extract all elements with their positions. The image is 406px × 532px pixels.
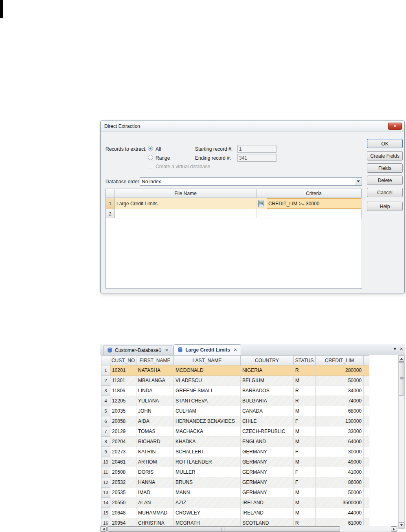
row-number[interactable]: 8 bbox=[101, 437, 110, 447]
table-cell[interactable]: GERMANY bbox=[241, 467, 294, 477]
scroll-right-button[interactable] bbox=[391, 526, 397, 532]
table-cell[interactable]: GERMANY bbox=[241, 457, 294, 467]
table-cell[interactable]: 20204 bbox=[110, 437, 136, 447]
table-cell[interactable]: MCDONALD bbox=[174, 365, 241, 376]
table-cell[interactable]: GERMANY bbox=[241, 488, 294, 498]
table-cell[interactable]: MACHACKA bbox=[174, 426, 241, 437]
table-row[interactable]: 1220532HANNABRUNSGERMANYF86000 bbox=[101, 477, 369, 488]
table-cell[interactable]: 50000 bbox=[316, 488, 364, 498]
table-cell[interactable]: 20058 bbox=[110, 416, 136, 426]
table-cell[interactable]: IRELAND bbox=[241, 508, 294, 518]
table-cell[interactable]: MBALANGA bbox=[136, 376, 174, 386]
tab-close-icon[interactable]: ✕ bbox=[165, 348, 168, 352]
table-cell[interactable]: 3500000 bbox=[316, 498, 364, 508]
table-cell[interactable]: F bbox=[294, 467, 316, 477]
table-cell[interactable]: LINDA bbox=[136, 386, 174, 396]
row-number[interactable]: 4 bbox=[101, 396, 110, 406]
tab-close-icon[interactable]: ✕ bbox=[234, 347, 237, 352]
table-cell[interactable]: 30000 bbox=[316, 447, 364, 457]
table-row[interactable]: 920273KATRINSCHALLERTGERMANYF30000 bbox=[101, 447, 369, 457]
table-cell[interactable]: M bbox=[294, 376, 316, 386]
column-header-cust_no[interactable]: CUST_NO bbox=[110, 356, 136, 365]
table-row[interactable]: 720129TOMASMACHACKACZECH-REPUBLICM33000 bbox=[101, 426, 369, 437]
ok-button[interactable]: OK bbox=[367, 139, 403, 148]
equation-editor-button[interactable] bbox=[258, 200, 264, 207]
column-header-first_name[interactable]: FIRST_NAME bbox=[136, 356, 174, 365]
table-cell[interactable]: YULIANA bbox=[136, 396, 174, 406]
file-name-cell[interactable] bbox=[115, 209, 257, 218]
column-header-last_name[interactable]: LAST_NAME bbox=[174, 356, 241, 365]
table-cell[interactable]: AZIZ bbox=[174, 498, 241, 508]
database-order-select[interactable]: No index bbox=[140, 177, 362, 186]
row-number-header[interactable] bbox=[101, 356, 110, 365]
criteria-cell[interactable] bbox=[266, 209, 362, 218]
table-row[interactable]: 110201NATASHAMCDONALDNIGERIAR280000 bbox=[101, 365, 369, 376]
scroll-left-button[interactable] bbox=[101, 526, 107, 532]
table-cell[interactable]: STANTCHEVA bbox=[174, 396, 241, 406]
table-row[interactable]: 1320535IMADMANNGERMANYM50000 bbox=[101, 488, 369, 498]
extraction-row[interactable]: 2 bbox=[106, 209, 362, 218]
table-row[interactable]: 412205YULIANASTANTCHEVABULGARIAR74000 bbox=[101, 396, 369, 406]
table-cell[interactable]: NATASHA bbox=[136, 365, 174, 376]
table-cell[interactable]: SCHALLERT bbox=[174, 447, 241, 457]
table-cell[interactable]: 20648 bbox=[110, 508, 136, 518]
vertical-scroll-thumb[interactable] bbox=[399, 362, 404, 396]
table-cell[interactable]: CANADA bbox=[241, 406, 294, 416]
table-cell[interactable]: JOHN bbox=[136, 406, 174, 416]
tab-list-dropdown-icon[interactable]: ▾ bbox=[394, 347, 396, 351]
table-cell[interactable]: 20273 bbox=[110, 447, 136, 457]
table-cell[interactable]: AIDA bbox=[136, 416, 174, 426]
radio-range[interactable] bbox=[148, 155, 153, 160]
table-cell[interactable]: 20035 bbox=[110, 406, 136, 416]
table-cell[interactable]: ENGLAND bbox=[241, 437, 294, 447]
table-cell[interactable]: R bbox=[294, 386, 316, 396]
row-number[interactable]: 1 bbox=[101, 365, 110, 376]
table-row[interactable]: 1020461ARTIOMROTTLAENDERGERMANYM49000 bbox=[101, 457, 369, 467]
table-cell[interactable]: 130000 bbox=[316, 416, 364, 426]
row-number[interactable]: 9 bbox=[101, 447, 110, 457]
table-cell[interactable]: 68000 bbox=[316, 406, 364, 416]
table-cell[interactable]: 20129 bbox=[110, 426, 136, 437]
table-cell[interactable]: CULHAM bbox=[174, 406, 241, 416]
dialog-close-button[interactable]: ✕ bbox=[388, 123, 402, 130]
table-cell[interactable]: M bbox=[294, 488, 316, 498]
table-cell[interactable]: 11301 bbox=[110, 376, 136, 386]
table-row[interactable]: 520035JOHNCULHAMCANADAM68000 bbox=[101, 406, 369, 416]
table-cell[interactable]: IMAD bbox=[136, 488, 174, 498]
file-name-column-header[interactable]: File Name bbox=[115, 189, 257, 198]
cancel-button[interactable]: Cancel bbox=[367, 188, 403, 197]
table-cell[interactable]: HERNANDEZ BENAVIDES bbox=[174, 416, 241, 426]
table-row[interactable]: 820204RICHARDKHADKAENGLANDM64000 bbox=[101, 437, 369, 447]
tab-customer-database1[interactable]: Customer-Database1 ✕ bbox=[103, 345, 172, 355]
table-cell[interactable]: 34000 bbox=[316, 386, 364, 396]
scroll-up-button[interactable] bbox=[399, 356, 404, 362]
table-cell[interactable]: HANNA bbox=[136, 477, 174, 488]
table-cell[interactable]: 74000 bbox=[316, 396, 364, 406]
table-cell[interactable]: 86000 bbox=[316, 477, 364, 488]
table-cell[interactable]: F bbox=[294, 416, 316, 426]
table-cell[interactable]: CHILE bbox=[241, 416, 294, 426]
table-cell[interactable]: M bbox=[294, 498, 316, 508]
vertical-scrollbar[interactable] bbox=[398, 355, 405, 529]
table-row[interactable]: 1520648MUHAMMADCROWLEYIRELANDM44000 bbox=[101, 508, 369, 518]
table-cell[interactable]: TOMAS bbox=[136, 426, 174, 437]
help-button[interactable]: Help bbox=[367, 202, 403, 211]
row-number[interactable]: 12 bbox=[101, 477, 110, 488]
radio-all[interactable] bbox=[148, 146, 153, 151]
file-name-cell[interactable]: Large Credit Limits bbox=[115, 198, 257, 209]
scroll-down-button[interactable] bbox=[399, 522, 404, 528]
table-cell[interactable]: 33000 bbox=[316, 426, 364, 437]
table-cell[interactable]: BARBADOS bbox=[241, 386, 294, 396]
table-cell[interactable]: 20461 bbox=[110, 457, 136, 467]
horizontal-scrollbar[interactable] bbox=[100, 526, 397, 532]
create-fields-button[interactable]: Create Fields bbox=[367, 151, 403, 160]
table-row[interactable]: 620058AIDAHERNANDEZ BENAVIDESCHILEF13000… bbox=[101, 416, 369, 426]
row-number[interactable]: 7 bbox=[101, 426, 110, 437]
table-cell[interactable]: 20532 bbox=[110, 477, 136, 488]
combo-arrow-area[interactable] bbox=[355, 178, 362, 185]
table-cell[interactable]: 20550 bbox=[110, 498, 136, 508]
row-number[interactable]: 5 bbox=[101, 406, 110, 416]
criteria-cell[interactable]: CREDIT_LIM >= 30000 bbox=[267, 198, 361, 209]
table-cell[interactable]: KATRIN bbox=[136, 447, 174, 457]
row-number[interactable]: 2 bbox=[106, 209, 115, 218]
